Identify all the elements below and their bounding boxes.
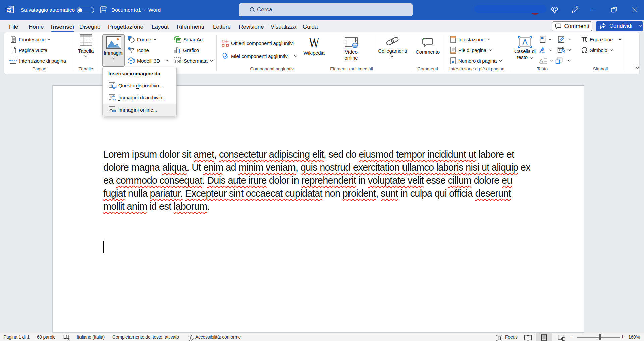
svg-text:A: A xyxy=(539,46,545,54)
svg-text:#: # xyxy=(452,60,454,64)
svg-text:A: A xyxy=(522,38,528,47)
svg-text:A: A xyxy=(539,58,543,64)
svg-text:W: W xyxy=(7,8,11,12)
